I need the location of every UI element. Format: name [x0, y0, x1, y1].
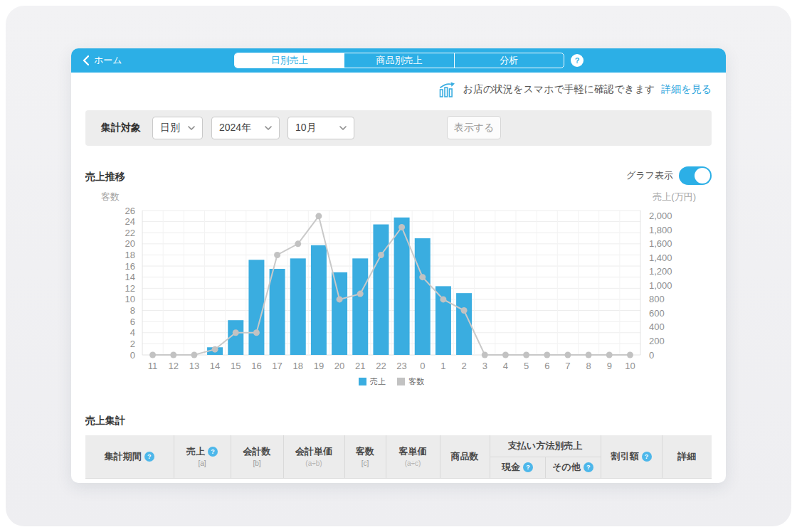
- select-value: 10月: [295, 122, 317, 134]
- dot-4: [502, 352, 509, 358]
- svg-text:0: 0: [420, 361, 425, 371]
- dot-11: [149, 352, 156, 358]
- dot-5: [523, 352, 529, 358]
- svg-text:22: 22: [376, 361, 386, 371]
- col-sublabel: [c]: [345, 459, 386, 467]
- dot-17: [274, 252, 280, 258]
- dot-0: [419, 274, 426, 280]
- col-header-7-0: 現金?: [490, 457, 545, 478]
- show-button[interactable]: 表示する: [447, 116, 501, 139]
- legend-label: 売上: [370, 376, 386, 387]
- graph-display-toggle[interactable]: [679, 166, 712, 185]
- help-badge[interactable]: ?: [208, 447, 218, 457]
- dot-16: [253, 329, 260, 336]
- svg-text:1,400: 1,400: [649, 252, 672, 263]
- bar-21: [352, 258, 368, 355]
- col-header-3: 会計単価(a÷b): [283, 435, 344, 478]
- col-header-9: 詳細: [662, 435, 712, 478]
- col-header-7-1: その他?: [545, 457, 601, 478]
- svg-text:14: 14: [125, 272, 135, 282]
- col-label: 客単価: [399, 446, 427, 457]
- bar-23: [394, 218, 410, 355]
- col-label: 支払い方法別売上: [508, 440, 582, 451]
- select-aggregation-unit[interactable]: 日別: [152, 117, 203, 139]
- back-button[interactable]: ホーム: [83, 48, 122, 73]
- bar-16: [248, 260, 264, 355]
- dot-19: [315, 213, 322, 219]
- dot-8: [586, 352, 592, 358]
- svg-text:売上(万円): 売上(万円): [653, 191, 696, 202]
- help-badge[interactable]: ?: [584, 462, 593, 472]
- col-label: 集計期間: [105, 451, 142, 462]
- svg-text:5: 5: [524, 361, 529, 371]
- svg-text:20: 20: [334, 361, 344, 371]
- chevron-down-icon: [339, 126, 347, 130]
- chevron-down-icon: [188, 126, 195, 130]
- svg-text:9: 9: [607, 361, 612, 371]
- svg-text:16: 16: [125, 261, 135, 272]
- col-sublabel: (a÷c): [386, 459, 440, 467]
- tab-0[interactable]: 日別売上: [235, 53, 344, 68]
- dot-23: [398, 224, 405, 230]
- svg-text:200: 200: [649, 336, 665, 346]
- col-group-7: 支払い方法別売上: [490, 435, 601, 457]
- svg-text:2: 2: [461, 361, 466, 371]
- sales-trend-chart-area: 0246810121416182022242602004006008001,00…: [71, 191, 726, 404]
- dot-1: [440, 296, 446, 302]
- svg-text:0: 0: [130, 350, 135, 361]
- dot-18: [295, 240, 301, 247]
- svg-text:10: 10: [625, 361, 635, 371]
- svg-text:12: 12: [169, 361, 179, 371]
- col-label: その他: [552, 462, 581, 472]
- col-header-1: 売上?[a]: [174, 435, 231, 478]
- dot-12: [170, 352, 176, 358]
- col-sublabel: (a÷b): [284, 459, 344, 467]
- select-value: 日別: [160, 122, 180, 134]
- svg-text:6: 6: [130, 316, 135, 327]
- tab-2[interactable]: 分析: [454, 53, 564, 68]
- tab-1[interactable]: 商品別売上: [344, 53, 453, 68]
- promo-row: お店の状況をスマホで手軽に確認できます 詳細を見る: [439, 80, 712, 100]
- help-badge[interactable]: ?: [642, 452, 652, 462]
- svg-text:17: 17: [272, 361, 282, 371]
- svg-text:18: 18: [293, 361, 303, 371]
- dot-14: [212, 346, 218, 353]
- help-badge[interactable]: ?: [523, 462, 533, 472]
- select-year[interactable]: 2024年: [211, 117, 280, 139]
- dot-10: [627, 352, 633, 358]
- legend-swatch: [359, 378, 366, 385]
- help-badge[interactable]: ?: [144, 452, 154, 462]
- svg-text:2,000: 2,000: [649, 211, 672, 221]
- col-label: 詳細: [677, 451, 696, 462]
- svg-text:客数: 客数: [101, 191, 120, 202]
- sales-trend-chart: 0246810121416182022242602004006008001,00…: [71, 191, 726, 404]
- bar-2: [456, 293, 472, 355]
- select-month[interactable]: 10月: [287, 117, 354, 139]
- help-button[interactable]: ?: [571, 54, 584, 67]
- svg-text:16: 16: [251, 361, 261, 371]
- svg-text:21: 21: [355, 361, 365, 371]
- app-card: ホーム 日別売上商品別売上分析 ? お店の状況をスマホで手軽に確認できます 詳細…: [71, 48, 726, 483]
- sales-summary-title: 売上集計: [85, 415, 125, 427]
- col-label: 客数: [356, 446, 374, 457]
- svg-text:23: 23: [396, 361, 406, 371]
- svg-text:4: 4: [130, 327, 135, 338]
- svg-text:10: 10: [125, 294, 135, 304]
- legend-swatch: [397, 378, 405, 385]
- select-value: 2024年: [219, 122, 251, 134]
- dot-20: [337, 296, 343, 302]
- svg-text:22: 22: [125, 228, 135, 238]
- legend-label: 客数: [408, 376, 424, 387]
- chart-legend: 売上客数: [142, 376, 640, 387]
- svg-text:4: 4: [503, 361, 508, 371]
- back-label: ホーム: [94, 54, 122, 67]
- svg-text:0: 0: [649, 350, 654, 361]
- svg-text:18: 18: [125, 250, 135, 260]
- svg-text:8: 8: [586, 361, 591, 371]
- promo-details-link[interactable]: 詳細を見る: [661, 83, 712, 96]
- svg-text:6: 6: [544, 361, 549, 371]
- bar-18: [290, 258, 306, 355]
- bar-17: [270, 269, 285, 355]
- svg-text:8: 8: [130, 305, 135, 316]
- svg-text:800: 800: [649, 294, 665, 304]
